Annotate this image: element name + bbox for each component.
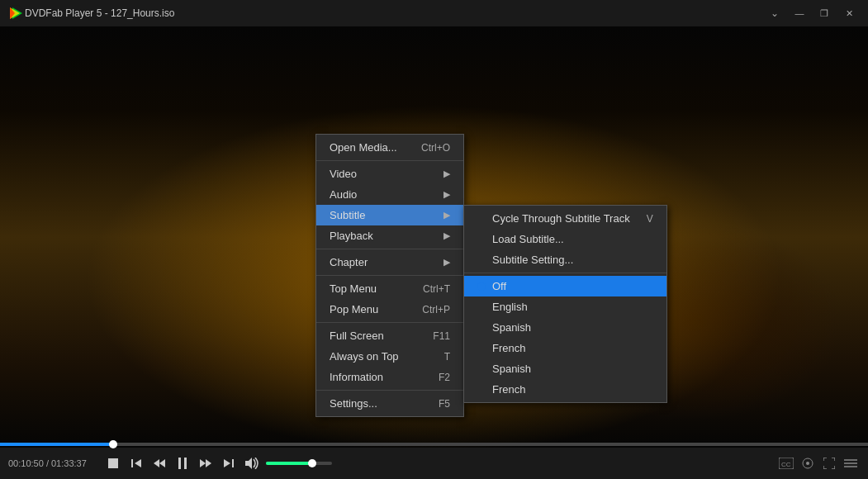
rewind-button[interactable]	[150, 454, 168, 472]
menu-divider-4	[316, 322, 463, 323]
svg-marker-15	[245, 458, 252, 469]
subtitle-btn[interactable]: CC	[777, 454, 795, 472]
volume-fill	[266, 462, 312, 465]
subtitle-track-french-2[interactable]: French	[464, 379, 666, 400]
video-area[interactable]: Open Media... Ctrl+O Video ▶ Audio ▶ Sub…	[0, 26, 868, 448]
bottom-bar: 00:10:50 / 01:33:37	[0, 448, 868, 479]
progress-thumb[interactable]	[109, 440, 117, 448]
dvdfab-logo	[7, 4, 25, 22]
progress-fill	[0, 443, 113, 446]
svg-point-19	[806, 462, 809, 465]
menu-item-settings[interactable]: Settings... F5	[316, 393, 463, 414]
menu-item-playback[interactable]: Playback ▶	[316, 225, 463, 246]
menu-item-fullscreen[interactable]: Full Screen F11	[316, 325, 463, 346]
menu-item-chapter[interactable]: Chapter ▶	[316, 252, 463, 273]
subtitle-track-french-1[interactable]: French	[464, 338, 666, 358]
subtitle-submenu: Cycle Through Subtitle Track V Load Subt…	[463, 205, 667, 403]
window-controls: ⌄ — ❐ ✕	[762, 0, 861, 26]
stop-button[interactable]	[104, 454, 122, 472]
volume-slider[interactable]	[266, 462, 332, 465]
close-button[interactable]: ✕	[837, 0, 861, 26]
svg-rect-9	[178, 458, 181, 469]
svg-marker-13	[224, 459, 230, 467]
pause-button[interactable]	[173, 454, 192, 472]
svg-rect-10	[184, 458, 187, 469]
menu-item-open-media[interactable]: Open Media... Ctrl+O	[316, 137, 463, 158]
menu-item-top-menu[interactable]: Top Menu Ctrl+T	[316, 278, 463, 299]
menu-divider-3	[316, 275, 463, 276]
minimize-button[interactable]: —	[787, 0, 812, 26]
progress-bar[interactable]	[0, 443, 868, 446]
time-display: 00:10:50 / 01:33:37	[8, 458, 99, 468]
right-controls: CC	[777, 454, 860, 472]
subtitle-settings[interactable]: Subtitle Setting...	[464, 249, 666, 270]
subtitle-track-spanish-2[interactable]: Spanish	[464, 358, 666, 379]
menu-divider-2	[316, 249, 463, 249]
subtitle-track-spanish-1[interactable]: Spanish	[464, 317, 666, 338]
menu-divider-5	[316, 390, 463, 391]
svg-marker-7	[159, 459, 165, 467]
svg-marker-8	[154, 459, 159, 467]
menu-divider-1	[316, 160, 463, 161]
subtitle-track-english[interactable]: English	[464, 296, 666, 317]
volume-thumb[interactable]	[308, 459, 316, 467]
context-menu: Open Media... Ctrl+O Video ▶ Audio ▶ Sub…	[315, 134, 464, 417]
menu-item-video[interactable]: Video ▶	[316, 164, 463, 184]
maximize-button[interactable]: ❐	[812, 0, 837, 26]
svg-marker-11	[200, 459, 206, 467]
svg-marker-12	[206, 459, 211, 467]
menu-item-information[interactable]: Information F2	[316, 367, 463, 387]
subtitle-load[interactable]: Load Subtitle...	[464, 229, 666, 249]
svg-marker-5	[135, 459, 141, 467]
next-button[interactable]	[220, 454, 238, 472]
forward-button[interactable]	[197, 454, 215, 472]
prev-button[interactable]	[127, 454, 145, 472]
window-title: DVDFab Player 5 - 127_Hours.iso	[25, 7, 762, 19]
menu-item-always-on-top[interactable]: Always on Top T	[316, 346, 463, 367]
svg-rect-6	[131, 459, 133, 467]
playlist-btn[interactable]	[842, 454, 860, 472]
svg-rect-14	[232, 459, 234, 467]
menu-item-audio[interactable]: Audio ▶	[316, 184, 463, 205]
subtitle-cycle-track[interactable]: Cycle Through Subtitle Track V	[464, 208, 666, 229]
svg-text:CC: CC	[781, 461, 791, 468]
audio-track-btn[interactable]	[799, 454, 817, 472]
menu-arrow-icon[interactable]: ⌄	[762, 0, 787, 26]
menu-item-subtitle[interactable]: Subtitle ▶ Cycle Through Subtitle Track …	[316, 205, 463, 225]
titlebar: DVDFab Player 5 - 127_Hours.iso ⌄ — ❐ ✕	[0, 0, 868, 26]
subtitle-track-off[interactable]: Off	[464, 276, 666, 296]
fullscreen-btn[interactable]	[820, 454, 838, 472]
subtitle-submenu-divider	[464, 273, 666, 273]
menu-item-pop-menu[interactable]: Pop Menu Ctrl+P	[316, 299, 463, 320]
volume-icon[interactable]	[243, 454, 261, 472]
svg-rect-4	[108, 458, 118, 468]
